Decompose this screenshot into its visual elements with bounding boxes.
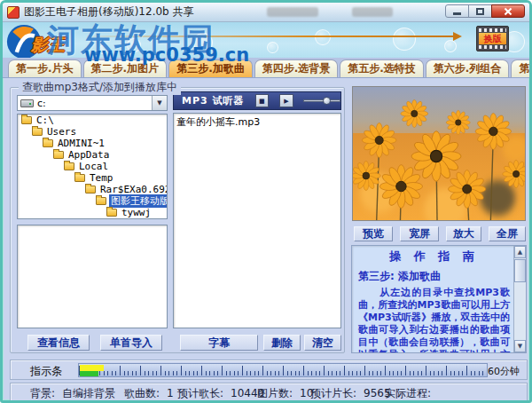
folder-icon [21,116,32,124]
bubble-decoration [444,40,457,52]
maximize-icon [476,8,484,15]
film-badge-label: 换版 [479,33,506,44]
duration-label: 60分钟 [488,365,520,378]
tree-item[interactable]: Local [18,161,167,172]
song-item[interactable]: 童年的小摇车.mp3 [174,114,340,130]
tree-item[interactable]: ADMINI~1 [18,138,167,149]
window-controls [446,4,525,18]
bubble-decoration [393,28,416,51]
guide-scrollbar[interactable]: ▲ ▼ [513,246,526,352]
widescreen-button[interactable]: 宽屏 [400,226,439,241]
close-button[interactable] [491,4,525,18]
drive-value: c: [37,98,46,109]
stop-icon: ■ [259,98,265,105]
guide-body-text: 从左边的目录中查找MP3歌曲，所查找的MP3歌曲可以用上方《MP3试听器》播放，… [358,287,510,352]
status-song-count: 歌曲数:1 [124,386,174,401]
banner: 影王 换版 [3,22,529,58]
volume-groove [303,99,340,102]
app-icon [7,6,20,19]
maximize-button[interactable] [468,4,492,18]
minimize-icon [453,12,461,15]
status-photo-count: 图片数:10 [257,386,313,401]
file-listbox[interactable] [17,225,168,328]
guide-content: 操 作 指 南 第三步: 添加歌曲 从左边的目录中查找MP3歌曲，所查找的MP3… [352,246,513,352]
tab-step4-background[interactable]: 第四步.选背景 [254,59,339,77]
scroll-up-button[interactable]: ▲ [514,246,526,258]
tab-step1-intro[interactable]: 第一步.片头 [8,59,82,77]
bubble-decoration [315,29,331,45]
folder-icon [64,162,74,170]
play-button[interactable]: ▶ [279,94,293,107]
status-actual-progress: 实际进程: [385,386,438,401]
tab-step7-convert[interactable]: 第七步.转影片 [511,59,532,77]
stop-button[interactable]: ■ [255,94,270,107]
tab-step5-effects[interactable]: 第五步.选特技 [340,59,424,77]
folder-icon [106,209,117,217]
song-playlist[interactable]: 童年的小摇车.mp3 [173,113,341,328]
title-bar: 图影王电子相册(移动版)12.0b 共享 [3,3,529,22]
tree-item[interactable]: AppData [18,149,167,161]
folder-icon [85,186,96,194]
folder-icon [74,174,85,182]
photo-length-bar [80,371,98,377]
tree-item[interactable]: tywwj [18,207,167,218]
folder-icon [96,197,106,205]
guide-title: 操 作 指 南 [358,249,510,265]
timeline-ruler [78,363,488,377]
logo-text: 影王 [31,34,65,57]
preview-button[interactable]: 预览 [354,226,393,241]
window-title: 图影王电子相册(移动版)12.0b 共享 [24,4,194,20]
song-length-bar [80,365,104,371]
zoom-in-button[interactable]: 放大 [446,226,481,241]
scroll-down-icon: ▼ [518,343,522,350]
guide-step-title: 第三步: 添加歌曲 [358,269,510,284]
drive-selector[interactable]: c: ▼ [17,95,168,111]
scroll-up-icon: ▲ [518,249,522,256]
step-tab-bar: 第一步.片头 第二步.加图片 第三步.加歌曲 第四步.选背景 第五步.选特技 第… [3,58,529,78]
tree-item[interactable]: Temp [18,172,167,184]
volume-thumb[interactable] [323,97,331,105]
scrollbar-thumb[interactable] [514,259,526,282]
groupbox-title: 查歌曲mp3格式/添加到播放库中 [19,80,181,95]
status-song-length: 预计歌长:10440 [177,386,264,401]
chevron-down-icon[interactable]: ▼ [152,96,167,110]
tree-item[interactable]: C:\ [18,115,167,126]
folder-icon [53,151,64,159]
subtitle-button[interactable]: 字幕 [180,335,258,351]
import-single-button[interactable]: 单首导入 [100,335,162,351]
directory-tree[interactable]: C:\ Users ADMINI~1 AppData Local Temp Ra… [17,114,168,219]
view-info-button[interactable]: 查看信息 [27,335,90,351]
volume-slider[interactable] [303,94,340,107]
flower-photo [353,87,525,220]
clear-button[interactable]: 清空 [304,335,341,351]
film-strip-icon[interactable]: 换版 [476,26,509,51]
tree-item[interactable]: Users [18,126,167,138]
mp3-player-title: MP3 试听器 [182,94,245,107]
tab-step6-arrange[interactable]: 第六步.列组合 [426,59,510,77]
status-film-length: 预计片长:9565 [310,386,391,401]
blurred-area [352,7,393,17]
folder-icon [32,128,43,136]
tab-step3-add-songs[interactable]: 第三步.加歌曲 [168,59,253,77]
fullscreen-button[interactable]: 全屏 [489,226,526,241]
mp3-player-bar: MP3 试听器 ■ ▶ [173,91,341,110]
tree-item-selected[interactable]: 图影王移动版v12.0b [18,195,167,207]
folder-icon [43,139,53,147]
minimize-button[interactable] [445,4,469,18]
bubble-decoration [127,38,141,52]
tab-step2-add-photos[interactable]: 第二步.加图片 [83,59,168,77]
photo-preview [352,86,526,221]
status-background: 背景:自编排背景 [30,386,115,401]
indicator-panel: 指示条 60分钟 [10,360,528,380]
arrow-head-decoration [453,32,462,41]
close-icon [504,7,512,16]
play-icon: ▶ [284,98,288,105]
scroll-down-button[interactable]: ▼ [514,340,526,352]
drive-icon [20,99,34,107]
app-window: 图影王电子相册(移动版)12.0b 共享 影王 换版 河东软件园 www. [0,0,532,403]
bubble-decoration [267,42,278,53]
operation-guide-panel: 操 作 指 南 第三步: 添加歌曲 从左边的目录中查找MP3歌曲，所查找的MP3… [351,245,527,353]
delete-button[interactable]: 删除 [263,335,301,351]
arrow-decoration [87,36,455,37]
status-bar: 背景:自编排背景 歌曲数:1 预计歌长:10440 图片数:10 预计片长:95… [10,383,528,401]
